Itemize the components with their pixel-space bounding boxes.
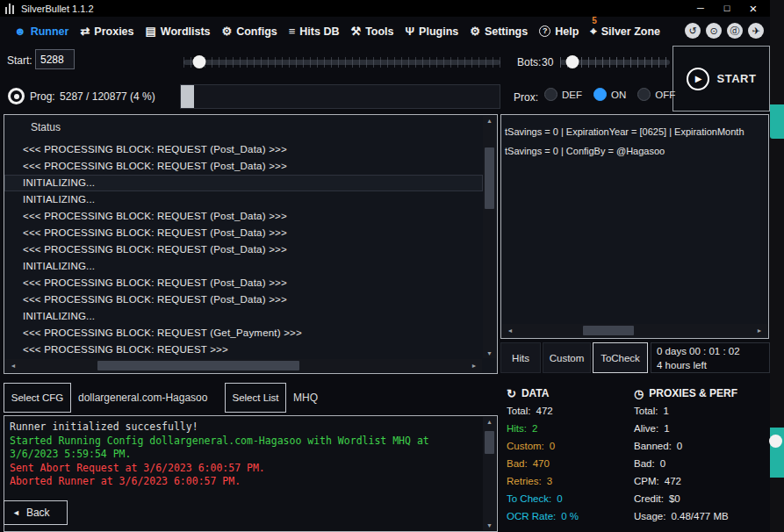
scroll-up-icon[interactable]: ▲ xyxy=(483,419,496,425)
tab-label: Custom xyxy=(550,353,585,363)
menu-item-proxies[interactable]: ⇄ Proxies xyxy=(80,25,133,38)
stat-label: To Check: xyxy=(507,493,551,504)
status-row[interactable]: <<< PROCESSING BLOCK: REQUEST (Get_Payme… xyxy=(4,325,483,341)
select-cfg-button[interactable]: Select CFG xyxy=(4,383,71,413)
status-hscroll-thumb[interactable] xyxy=(97,361,299,370)
status-horizontal-scrollbar[interactable]: ◄ ► xyxy=(5,359,482,372)
status-row[interactable]: <<< PROCESSING BLOCK: REQUEST (Post_Data… xyxy=(4,141,483,158)
stat-value: 470 xyxy=(533,458,550,469)
detail-line-text: tSavings = 0 | ConfigBy = @Hagasoo xyxy=(505,146,665,156)
start-button[interactable]: ▶ START xyxy=(673,46,770,111)
status-row-text: INITIALIZING... xyxy=(23,311,95,321)
screenshot-icon[interactable]: ⊙ xyxy=(706,23,722,39)
scroll-right-icon[interactable]: ► xyxy=(753,324,766,337)
menu-item-icon: Ψ xyxy=(406,25,415,38)
tab-tocheck[interactable]: ToCheck xyxy=(593,342,648,373)
scroll-left-icon[interactable]: ◄ xyxy=(504,324,516,337)
stat-row: Credit: $0 xyxy=(634,490,771,507)
status-row[interactable]: <<< PROCESSING BLOCK: REQUEST (Post_Data… xyxy=(4,225,483,241)
scroll-right-icon[interactable]: ► xyxy=(468,359,480,372)
discord-icon[interactable]: ⓓ xyxy=(727,23,743,39)
stat-value: 0 xyxy=(550,441,555,451)
status-row-text: INITIALIZING... xyxy=(23,177,95,188)
menu-item-hits-db[interactable]: ≡ Hits DB xyxy=(289,25,340,38)
progress-indicator-icon xyxy=(8,88,25,104)
menu-item-wordlists[interactable]: ▤ Wordlists xyxy=(146,25,211,38)
stat-label: Total: xyxy=(507,406,531,416)
close-button[interactable]: × xyxy=(740,0,766,17)
stat-row: Alive: 1 xyxy=(634,420,771,437)
scroll-up-icon[interactable]: ▲ xyxy=(483,118,496,124)
status-row[interactable]: INITIALIZING... xyxy=(4,191,483,208)
menu-item-plugins[interactable]: Ψ Plugins xyxy=(406,25,459,38)
start-input[interactable] xyxy=(35,49,75,69)
status-row-text: <<< PROCESSING BLOCK: REQUEST (Post_Data… xyxy=(23,227,287,238)
menu-item-configs[interactable]: ⚙ Configs xyxy=(222,25,277,38)
start-slider-thumb[interactable] xyxy=(193,55,206,68)
select-list-button[interactable]: Select List xyxy=(225,383,286,413)
data-section-header: ↻ DATA xyxy=(507,385,628,402)
radio-icon xyxy=(544,88,557,101)
menu-item-runner[interactable]: ☻ Runner xyxy=(14,25,68,38)
radio-label: OFF xyxy=(655,90,675,100)
menu-item-tools[interactable]: ⚒ Tools xyxy=(350,25,393,38)
detail-horizontal-scrollbar[interactable]: ◄ ► xyxy=(502,324,767,337)
status-row[interactable]: <<< PROCESSING BLOCK: REQUEST (Post_Data… xyxy=(4,291,483,308)
telegram-icon[interactable]: ✈ xyxy=(748,23,764,39)
status-row-text: <<< PROCESSING BLOCK: REQUEST (Post_Data… xyxy=(23,244,287,255)
stat-label: Custom: xyxy=(507,441,544,451)
status-vscroll-thumb[interactable] xyxy=(485,147,494,209)
status-row[interactable]: INITIALIZING... xyxy=(4,258,483,275)
start-slider-ticks xyxy=(183,57,500,68)
status-row[interactable]: <<< PROCESSING BLOCK: REQUEST (Post_Data… xyxy=(4,158,483,175)
progress-text: Prog: 5287 / 120877 (4 %) xyxy=(30,90,155,103)
history-icon[interactable]: ↺ xyxy=(685,23,701,39)
status-row[interactable]: <<< PROCESSING BLOCK: REQUEST >>> xyxy=(4,341,483,358)
scroll-down-icon[interactable]: ▼ xyxy=(483,350,496,356)
stat-label: Bad: xyxy=(507,458,528,469)
status-row[interactable]: INITIALIZING... xyxy=(4,308,483,325)
menu-item-icon: ⌖ xyxy=(590,25,596,39)
detail-hscroll-thumb[interactable] xyxy=(583,326,634,335)
status-panel: Status <<< PROCESSING BLOCK: REQUEST (Po… xyxy=(4,114,498,374)
prox-option-off[interactable]: OFF xyxy=(637,88,675,101)
menu-item-label: Configs xyxy=(236,25,277,38)
stat-value: 1 xyxy=(664,423,669,434)
status-row[interactable]: <<< PROCESSING BLOCK: REQUEST (Post_Data… xyxy=(4,241,483,258)
back-button-label: Back xyxy=(26,507,50,519)
log-line-text: Started Running Config dollargeneral.com… xyxy=(10,435,429,461)
prox-option-on[interactable]: ON xyxy=(593,88,626,101)
tab-hits[interactable]: Hits xyxy=(500,342,541,373)
stat-row: Banned: 0 xyxy=(634,437,771,455)
start-slider[interactable] xyxy=(183,54,500,70)
back-button[interactable]: ◄ Back xyxy=(4,500,68,525)
menu-item-settings[interactable]: ⚙ Settings xyxy=(470,25,528,38)
bots-slider[interactable] xyxy=(560,54,670,70)
bots-slider-thumb[interactable] xyxy=(565,55,579,68)
runner-log-scrollbar[interactable]: ▲ ▼ xyxy=(483,417,496,530)
tab-custom[interactable]: Custom xyxy=(543,342,591,373)
menu-item-silver-zone[interactable]: ⌖ Silver Zone 5 xyxy=(590,25,660,39)
maximize-button[interactable]: □ xyxy=(714,0,740,17)
progress-value: 5287 / 120877 (4 %) xyxy=(60,90,155,103)
status-row[interactable]: <<< PROCESSING BLOCK: REQUEST (Post_Data… xyxy=(4,275,483,291)
runner-log-scroll-thumb[interactable] xyxy=(485,431,494,454)
background-window-fragment-top xyxy=(770,104,784,139)
status-vertical-scrollbar[interactable]: ▲ ▼ xyxy=(483,116,496,358)
status-row[interactable]: INITIALIZING... xyxy=(4,175,483,191)
status-row-text: <<< PROCESSING BLOCK: REQUEST >>> xyxy=(23,344,228,355)
log-line: Started Running Config dollargeneral.com… xyxy=(10,435,478,462)
stat-value: 1 xyxy=(664,406,669,416)
menu-item-label: Silver Zone xyxy=(601,25,660,38)
status-row[interactable]: <<< PROCESSING BLOCK: REQUEST (Post_Data… xyxy=(4,208,483,225)
detail-panel: tSavings = 0 | ExpirationYear = [0625] |… xyxy=(500,114,769,339)
scroll-left-icon[interactable]: ◄ xyxy=(7,359,19,372)
menu-item-icon: ▤ xyxy=(146,25,156,38)
prox-option-def[interactable]: DEF xyxy=(544,88,582,101)
menu-item-help[interactable]: ? Help xyxy=(539,25,579,38)
log-line-text: Aborted Runner at 3/6/2023 6:00:57 PM. xyxy=(10,475,241,487)
minimize-button[interactable]: ─ xyxy=(687,0,714,17)
config-name: dollargeneral.com-Hagasoo xyxy=(78,392,207,404)
status-row-text: <<< PROCESSING BLOCK: REQUEST (Post_Data… xyxy=(23,144,287,155)
scroll-down-icon[interactable]: ▼ xyxy=(483,522,496,528)
